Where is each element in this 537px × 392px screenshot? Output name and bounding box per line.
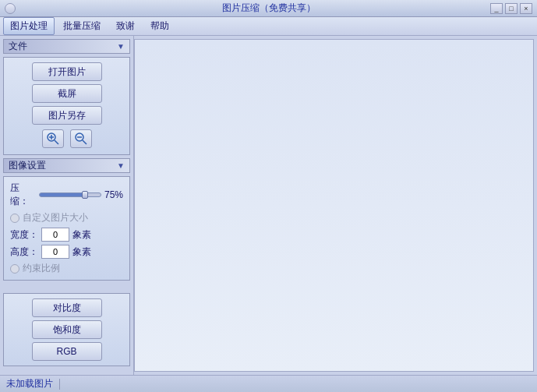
settings-section: 压缩： 75% 自定义图片大小 宽度： 象素: [3, 176, 130, 281]
menu-item-help[interactable]: 帮助: [143, 17, 176, 35]
compress-value: 75%: [104, 189, 123, 200]
settings-section-header: 图像设置 ▼: [3, 158, 130, 173]
bottom-spacer: [3, 369, 130, 372]
width-label: 宽度：: [10, 228, 38, 242]
zoom-out-button[interactable]: [70, 129, 92, 148]
spacer: [3, 284, 130, 290]
saturation-button[interactable]: 饱和度: [32, 320, 102, 339]
custom-size-checkbox[interactable]: [10, 214, 19, 223]
file-section: 打开图片 截屏 图片另存: [3, 57, 130, 155]
menu-item-image-process[interactable]: 图片处理: [3, 17, 55, 35]
zoom-out-icon: [74, 132, 88, 146]
file-section-label: 文件: [9, 40, 27, 53]
compress-row: 压缩： 75%: [10, 182, 123, 208]
compress-slider-container: [39, 192, 101, 197]
zoom-in-icon: [46, 132, 60, 146]
main-container: 文件 ▼ 打开图片 截屏 图片另存: [0, 36, 537, 375]
width-row: 宽度： 象素: [10, 228, 123, 242]
compress-label: 压缩：: [10, 182, 36, 208]
height-input[interactable]: [41, 245, 69, 259]
settings-section-arrow: ▼: [117, 161, 125, 170]
maximize-button[interactable]: □: [505, 3, 518, 14]
adjust-section: 对比度 饱和度 RGB: [3, 293, 130, 366]
status-text: 未加载图片: [6, 377, 53, 390]
compress-slider-thumb[interactable]: [82, 191, 88, 199]
canvas-area: [134, 39, 534, 372]
svg-line-1: [55, 140, 58, 144]
file-section-arrow: ▼: [117, 42, 125, 51]
height-unit: 象素: [72, 245, 91, 259]
ratio-row: 约束比例: [10, 262, 123, 275]
open-image-button[interactable]: 打开图片: [32, 62, 102, 81]
menu-item-thanks[interactable]: 致谢: [109, 17, 142, 35]
zoom-row: [42, 128, 92, 150]
save-image-button[interactable]: 图片另存: [32, 106, 102, 125]
window-icon: [5, 3, 16, 14]
menu-item-batch-compress[interactable]: 批量压缩: [56, 17, 108, 35]
status-divider: [59, 379, 60, 390]
width-input[interactable]: [41, 228, 69, 242]
settings-section-label: 图像设置: [9, 159, 46, 172]
window-title: 图片压缩（免费共享）: [0, 2, 537, 15]
rgb-button[interactable]: RGB: [32, 342, 102, 361]
custom-size-label: 自定义图片大小: [23, 211, 88, 224]
compress-slider[interactable]: [39, 192, 101, 197]
height-label: 高度：: [10, 245, 38, 259]
minimize-button[interactable]: _: [490, 3, 503, 14]
window-controls: _ □ ×: [490, 3, 532, 14]
width-unit: 象素: [72, 228, 91, 242]
height-row: 高度： 象素: [10, 245, 123, 259]
ratio-checkbox[interactable]: [10, 264, 19, 274]
close-button[interactable]: ×: [520, 3, 532, 14]
zoom-in-button[interactable]: [42, 129, 64, 148]
title-bar-left: [5, 3, 16, 14]
capture-button[interactable]: 截屏: [32, 84, 102, 103]
status-bar: 未加载图片: [0, 375, 537, 392]
svg-line-5: [83, 140, 87, 144]
file-section-header: 文件 ▼: [3, 39, 130, 54]
left-panel: 文件 ▼ 打开图片 截屏 图片另存: [0, 36, 134, 375]
custom-size-row: 自定义图片大小: [10, 211, 123, 224]
menu-bar: 图片处理 批量压缩 致谢 帮助: [0, 17, 537, 36]
ratio-label: 约束比例: [23, 262, 60, 275]
contrast-button[interactable]: 对比度: [32, 298, 102, 317]
title-bar: 图片压缩（免费共享） _ □ ×: [0, 0, 537, 17]
